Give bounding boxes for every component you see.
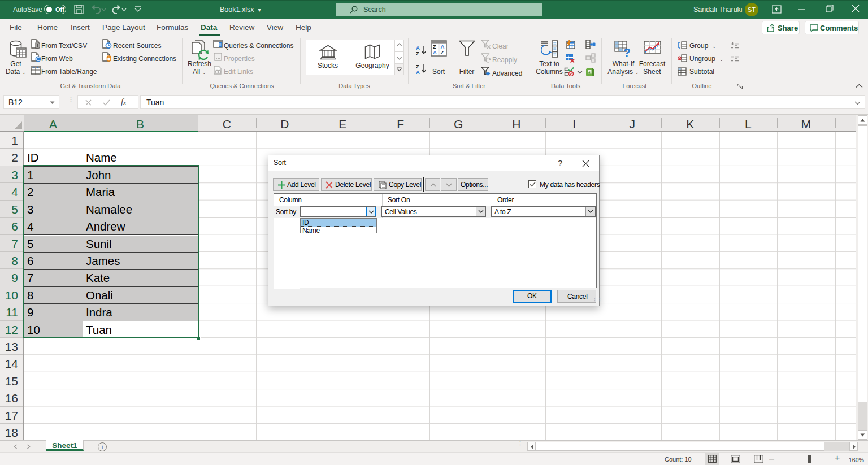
svg-text:Z: Z [416, 50, 419, 56]
svg-text:?: ? [623, 46, 631, 58]
svg-text:Z: Z [416, 63, 419, 69]
svg-text:A: A [433, 49, 437, 55]
svg-text:A: A [416, 45, 420, 51]
svg-text:A: A [416, 69, 420, 75]
svg-text:Z: Z [441, 49, 444, 55]
